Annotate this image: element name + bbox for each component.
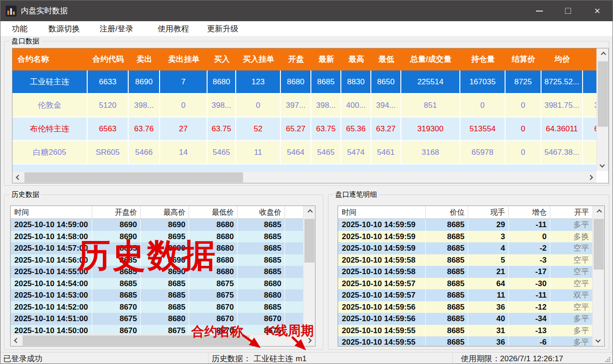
statusbar: 已登录成功 历史数据：工业硅主连m1 使用期限：2026/7/1 12:26:1…	[0, 352, 613, 364]
tick-row[interactable]: 2025-10-10 14:59:55868531-13多平	[338, 325, 593, 337]
close-button[interactable]: ×	[582, 0, 613, 21]
cell: SR605	[88, 141, 129, 164]
cell: 2025-10-10 14:53:00	[11, 289, 92, 301]
menu-item[interactable]: 注册/登录	[100, 23, 133, 34]
tick-row[interactable]: 2025-10-10 14:59:56868540-34多平	[338, 313, 593, 325]
quote-row[interactable]: 工业硅主连66338690786801238680868588308650225…	[12, 70, 609, 94]
column-header[interactable]: 现手	[468, 206, 509, 218]
column-header[interactable]: 总量/成交量	[401, 48, 460, 70]
cell: 8685	[141, 289, 189, 301]
tick-vertical-scrollbar[interactable]	[592, 206, 604, 346]
column-header[interactable]: 开平	[550, 206, 593, 218]
scrollbar-thumb[interactable]	[24, 172, 243, 182]
history-vertical-scrollbar[interactable]	[303, 206, 315, 334]
scroll-up-icon[interactable]	[597, 48, 609, 60]
quote-vertical-scrollbar[interactable]	[596, 48, 608, 171]
scrollbar-thumb[interactable]	[304, 219, 315, 263]
scrollbar-thumb[interactable]	[598, 61, 608, 127]
menu-item[interactable]: 功能	[12, 23, 28, 34]
column-header[interactable]: 价位	[426, 206, 468, 218]
minimize-button[interactable]	[525, 0, 553, 21]
menu-item[interactable]: 使用教程	[158, 23, 189, 34]
window-title: 内盘实时数据	[21, 6, 68, 16]
tick-row[interactable]: 2025-10-10 14:59:58868521-17空平	[338, 266, 593, 278]
column-header[interactable]: 最高价	[141, 206, 189, 218]
scroll-left-icon[interactable]	[11, 335, 23, 346]
history-row[interactable]: 2025-10-10 14:53:008685868586758680566	[11, 289, 315, 301]
maximize-button[interactable]	[553, 0, 582, 21]
cell: 851	[401, 94, 460, 117]
cell: 400...	[341, 94, 371, 117]
column-header[interactable]: 最高	[341, 48, 371, 70]
cell: 65978	[460, 141, 506, 164]
cell: -30	[509, 278, 550, 290]
column-header[interactable]: 合约名称	[12, 48, 88, 70]
cell: 2025-10-10 14:59:57	[338, 289, 426, 301]
column-header[interactable]: 持仓量	[460, 48, 506, 70]
cell: 64	[468, 278, 509, 290]
column-header[interactable]: 均价	[542, 48, 583, 70]
titlebar: 内盘实时数据 ×	[0, 0, 613, 21]
column-header[interactable]: 增仓	[509, 206, 550, 218]
history-row[interactable]: 2025-10-10 14:59:008690869086808685209	[11, 219, 315, 231]
cell: 2025-10-10 14:59:55	[338, 336, 426, 346]
cell: 8685	[426, 254, 468, 266]
cell: 8685	[426, 336, 468, 346]
column-header[interactable]: 最低价	[189, 206, 238, 218]
quote-row[interactable]: 伦敦金5120398...0398...0397...398...400...3…	[12, 94, 609, 117]
column-header[interactable]: 收盘价	[238, 206, 285, 218]
cell: 63.76	[129, 117, 160, 140]
cell: 8690	[129, 70, 160, 93]
cell: 63.27	[371, 117, 401, 140]
column-header[interactable]: 最低	[371, 48, 401, 70]
column-header[interactable]: 开盘	[281, 48, 311, 70]
column-header[interactable]: 卖出挂单	[160, 48, 208, 70]
tick-panel-title: 盘口逐笔明细	[333, 190, 379, 199]
column-header[interactable]: 开盘价	[92, 206, 141, 218]
column-header[interactable]: 时间	[338, 206, 426, 218]
scroll-left-icon[interactable]	[12, 171, 24, 183]
cell: 0	[509, 231, 550, 243]
scroll-down-icon[interactable]	[597, 159, 609, 171]
quote-horizontal-scrollbar[interactable]	[12, 171, 596, 183]
tick-row[interactable]: 2025-10-10 14:59:59868530多换	[338, 231, 593, 243]
cell: 5474	[341, 141, 371, 164]
cell: 8725.52...	[542, 70, 583, 93]
cell: 2025-10-10 14:59:58	[338, 266, 426, 278]
tick-row[interactable]: 2025-10-10 14:59:5986854-2空平	[338, 242, 593, 254]
scroll-right-icon[interactable]	[584, 171, 596, 183]
cell: 123	[236, 70, 281, 93]
menu-item[interactable]: 更新升级	[207, 23, 238, 34]
cell: 布伦特主连	[12, 117, 88, 140]
scroll-down-icon[interactable]	[593, 334, 605, 346]
cell: 8685	[426, 219, 468, 231]
column-header[interactable]: 买入挂单	[236, 48, 281, 70]
cell: 167035	[460, 70, 506, 93]
menu-item[interactable]: 数源切换	[48, 23, 80, 34]
tick-row[interactable]: 2025-10-10 14:59:57868564-30空平	[338, 278, 593, 290]
column-header[interactable]: 合约代码	[88, 48, 129, 70]
resize-grip-icon[interactable]	[604, 356, 611, 363]
scroll-up-icon[interactable]	[304, 206, 315, 218]
quote-row[interactable]: 白糖2605SR60554661454651154645465547454613…	[12, 141, 609, 164]
tick-row[interactable]: 2025-10-10 14:59:56868536-12空平	[338, 301, 593, 313]
scrollbar-thumb[interactable]	[594, 219, 604, 270]
maximize-icon	[565, 8, 571, 14]
scroll-up-icon[interactable]	[593, 206, 605, 218]
column-header[interactable]: 最新	[311, 48, 341, 70]
cell: 2025-10-10 14:59:56	[338, 301, 426, 313]
history-row[interactable]: 2025-10-10 14:54:008685868586758680540	[11, 278, 315, 290]
tick-row[interactable]: 2025-10-10 14:59:55868536-6多平	[338, 336, 593, 346]
tick-row[interactable]: 2025-10-10 14:59:57868511-11双平	[338, 289, 593, 301]
quote-row[interactable]: 布伦特主连656363.762763.755265.2763.7565.3663…	[12, 117, 609, 141]
cell: 8675	[92, 313, 141, 325]
cell: 8685	[426, 301, 468, 313]
tick-row[interactable]: 2025-10-10 14:59:5886855-3空平	[338, 254, 593, 266]
column-header[interactable]: 结算价	[506, 48, 542, 70]
history-row[interactable]: 2025-10-10 14:52:008670868586708685536	[11, 301, 315, 313]
column-header[interactable]: 卖出	[129, 48, 160, 70]
column-header[interactable]: 买入	[208, 48, 236, 70]
tick-row[interactable]: 2025-10-10 14:59:59868529-11多平	[338, 219, 593, 231]
cell: 多平	[550, 313, 593, 325]
column-header[interactable]: 时间	[11, 206, 92, 218]
